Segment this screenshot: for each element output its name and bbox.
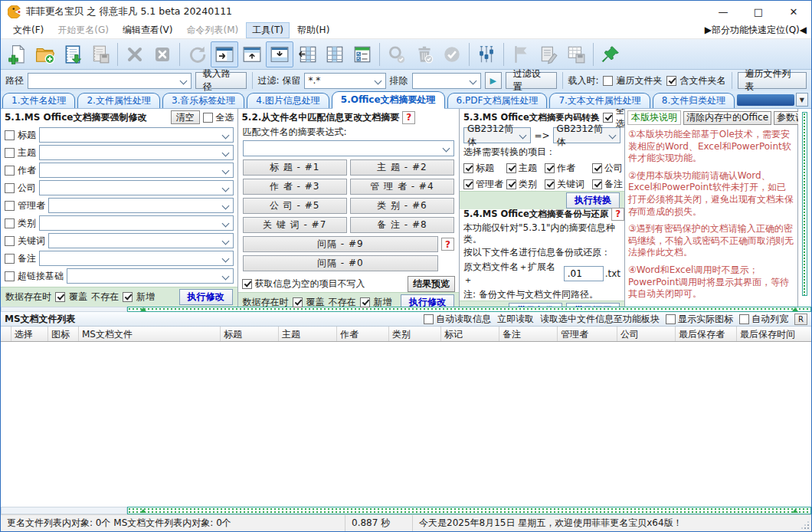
insert-company-button[interactable]: 公 司 - #5 bbox=[243, 198, 347, 214]
clear-office-memory-button[interactable]: 清除内存中的Office bbox=[683, 111, 771, 125]
cvt-company-checkbox[interactable] bbox=[592, 163, 602, 173]
insert-comments-button[interactable]: 备 注 - #8 bbox=[350, 217, 454, 233]
load-path-button[interactable]: 载入路径 bbox=[195, 72, 247, 89]
insert-gap9-button[interactable]: 间隔 - #9 bbox=[243, 236, 439, 252]
vertical-splitter[interactable] bbox=[802, 112, 807, 296]
overwrite-52-checkbox[interactable] bbox=[293, 297, 303, 307]
add-52-checkbox[interactable] bbox=[360, 297, 370, 307]
tab-filename[interactable]: 1.文件名处理 bbox=[2, 93, 75, 108]
tab-text-attrs[interactable]: 7.文本文件属性处理 bbox=[549, 93, 650, 108]
select-columns-button[interactable] bbox=[321, 41, 349, 67]
field-company-combobox[interactable] bbox=[39, 180, 234, 195]
column-header-comments[interactable]: 备注 bbox=[499, 327, 558, 341]
help-54-button[interactable]: ? bbox=[611, 208, 624, 221]
skip-empty-checkbox[interactable] bbox=[242, 279, 252, 289]
apply-filter-button[interactable]: ▶ bbox=[485, 72, 502, 89]
cvt-subject-checkbox[interactable] bbox=[506, 163, 516, 173]
field-title-combobox[interactable] bbox=[39, 127, 234, 143]
field-comments-combobox[interactable] bbox=[39, 251, 234, 266]
show-real-icons-checkbox[interactable] bbox=[666, 314, 676, 324]
column-header-mark[interactable]: 标记 bbox=[441, 327, 499, 341]
resize-grip[interactable] bbox=[800, 520, 810, 530]
horizontal-splitter[interactable] bbox=[127, 307, 811, 312]
select-all-53-checkbox[interactable] bbox=[603, 113, 613, 123]
read-now-link[interactable]: 立即读取 bbox=[497, 313, 534, 326]
maximize-button[interactable]: □ bbox=[741, 1, 776, 22]
clear-fields-button[interactable]: 清空 bbox=[171, 110, 200, 124]
field-hyperlink-base-checkbox[interactable] bbox=[5, 271, 15, 281]
tab-office-summary[interactable]: 5.Office文档摘要处理 bbox=[332, 91, 445, 109]
field-manager-checkbox[interactable] bbox=[5, 201, 15, 211]
field-comments-checkbox[interactable] bbox=[5, 254, 15, 264]
field-title-checkbox[interactable] bbox=[5, 130, 15, 140]
panel-top-toggle[interactable] bbox=[238, 41, 266, 67]
column-header-last-saved-by[interactable]: 最后保存者 bbox=[676, 327, 737, 341]
panel-right-toggle[interactable] bbox=[211, 41, 238, 67]
tab-pdf-attrs[interactable]: 6.PDF文档属性处理 bbox=[447, 93, 548, 108]
tab-file-classify[interactable]: 8.文件归类处理 bbox=[653, 93, 735, 108]
field-keywords-checkbox[interactable] bbox=[5, 236, 15, 246]
list-hscrollbar[interactable] bbox=[1, 507, 127, 514]
column-header-icon[interactable]: 图标 bbox=[48, 327, 79, 341]
tab-overflow-button[interactable]: ▼ bbox=[796, 93, 808, 107]
cvt-category-checkbox[interactable] bbox=[506, 179, 516, 189]
add-51-checkbox[interactable] bbox=[123, 292, 133, 302]
check-options-button[interactable] bbox=[349, 41, 376, 67]
column-header-author[interactable]: 作者 bbox=[337, 327, 389, 341]
column-header-subject[interactable]: 主题 bbox=[279, 327, 337, 341]
quick-locate-label[interactable]: ▶部分功能快速定位(Q)◀ bbox=[705, 24, 811, 37]
menu-edit-view[interactable]: 编辑查看(V) bbox=[116, 22, 179, 38]
close-button[interactable]: ✕ bbox=[776, 1, 811, 22]
keep-filter-combobox[interactable]: *.* bbox=[304, 73, 385, 89]
cvt-title-checkbox[interactable] bbox=[463, 163, 473, 173]
tab-image-info[interactable]: 4.图片信息处理 bbox=[247, 93, 329, 108]
insert-manager-button[interactable]: 管 理 者 - #4 bbox=[350, 179, 454, 195]
column-header-title[interactable]: 标题 bbox=[221, 327, 279, 341]
pin-button[interactable] bbox=[597, 41, 624, 67]
overwrite-51-checkbox[interactable] bbox=[55, 292, 65, 302]
column-header-company[interactable]: 公司 bbox=[617, 327, 676, 341]
field-category-checkbox[interactable] bbox=[5, 218, 15, 228]
preview-result-button[interactable]: 结果预览 bbox=[408, 276, 455, 292]
insert-gap0-button[interactable]: 间隔 - #0 bbox=[243, 255, 439, 271]
insert-title-button[interactable]: 标 题 - #1 bbox=[243, 159, 347, 176]
cvt-manager-checkbox[interactable] bbox=[463, 179, 473, 189]
column-header-select[interactable]: 选择 bbox=[11, 327, 48, 341]
insert-keywords-button[interactable]: 关 键 词 - #7 bbox=[243, 217, 347, 233]
bottom-splitter[interactable] bbox=[127, 507, 811, 514]
open-folder-button[interactable] bbox=[31, 41, 59, 67]
tab-music-tags[interactable]: 3.音乐标签处理 bbox=[162, 93, 244, 108]
menu-tools[interactable]: 工具(T) bbox=[246, 22, 290, 38]
reset-columns-button[interactable]: R bbox=[794, 314, 807, 325]
field-keywords-combobox[interactable] bbox=[48, 233, 234, 248]
move-column-left-button[interactable] bbox=[293, 41, 321, 67]
exclude-filter-combobox[interactable] bbox=[412, 73, 481, 89]
read-selected-link[interactable]: 读取选中文件信息至功能板块 bbox=[540, 313, 660, 326]
column-header-last-saved-time[interactable]: 最后保存时间 bbox=[737, 327, 811, 341]
field-company-checkbox[interactable] bbox=[5, 183, 15, 193]
help-gap-button[interactable]: ? bbox=[441, 238, 454, 251]
backup-suffix-input[interactable] bbox=[564, 266, 604, 281]
path-combobox[interactable] bbox=[28, 73, 192, 89]
field-subject-combobox[interactable] bbox=[39, 145, 234, 160]
traverse-folders-checkbox[interactable] bbox=[603, 76, 613, 86]
help-52-button[interactable]: ? bbox=[402, 111, 415, 124]
new-file-button[interactable] bbox=[4, 41, 31, 67]
traverse-file-list-button[interactable]: 遍历文件列表 bbox=[738, 72, 807, 89]
include-folder-name-checkbox[interactable] bbox=[666, 76, 676, 86]
column-header-category[interactable]: 类别 bbox=[389, 327, 441, 341]
cvt-author-checkbox[interactable] bbox=[545, 163, 555, 173]
cvt-keywords-checkbox[interactable] bbox=[545, 179, 555, 189]
column-header-manager[interactable]: 管理者 bbox=[558, 327, 617, 341]
cvt-comments-checkbox[interactable] bbox=[592, 179, 602, 189]
field-author-checkbox[interactable] bbox=[5, 166, 15, 176]
minimize-button[interactable]: — bbox=[706, 1, 741, 22]
adjust-settings-button[interactable] bbox=[473, 41, 500, 67]
encoding-from-combobox[interactable]: GB2312简体 bbox=[463, 127, 531, 143]
load-list-button[interactable] bbox=[59, 41, 87, 67]
menu-file[interactable]: 文件(F) bbox=[7, 22, 50, 38]
field-category-combobox[interactable] bbox=[39, 215, 234, 231]
field-manager-combobox[interactable] bbox=[48, 198, 234, 213]
select-all-51-checkbox[interactable] bbox=[203, 113, 213, 123]
panel-bottom-toggle[interactable] bbox=[266, 41, 293, 67]
